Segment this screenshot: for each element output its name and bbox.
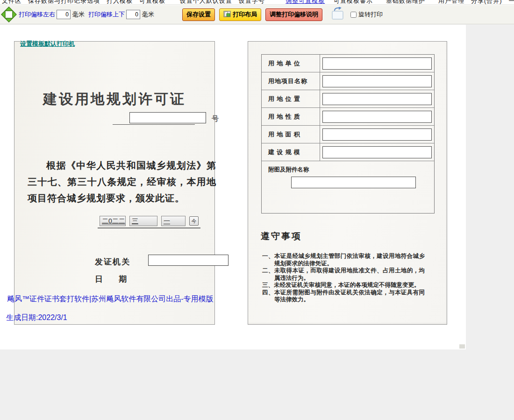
offset-lr-input[interactable] — [57, 10, 71, 19]
generated-date-text: 生成日期:2022/3/1 — [6, 313, 67, 323]
menu-fragment-left: 文件区 保存数据与打印记录选项 打入模板 可直模板 — [2, 0, 165, 4]
print-layout-label: 打印布局 — [233, 10, 257, 19]
notice-item: 四、本证所需附图与附件由发证机关依法确定，与本证具有同等法律效力。 — [262, 289, 425, 304]
table-row: 用 地 面 积 — [262, 126, 434, 143]
print-toolbar: 打印偏移左右 毫米 打印偏移上下 毫米 保存设置 打印布局 调整打印偏移说明 旋… — [0, 5, 514, 24]
preview-workarea: 设置模板默认打印机 建设用地规划许可证 号 根据《中华人民共和国城乡规划法》第三… — [0, 25, 466, 349]
row-label: 用 地 面 积 — [262, 126, 320, 143]
land-area-input[interactable] — [322, 128, 432, 141]
offset-tb-input[interactable] — [126, 10, 140, 19]
set-default-printer-link[interactable]: 设置模板默认打印机 — [20, 40, 75, 48]
table-row: 用 地 位 置 — [262, 90, 434, 108]
certificate-number-underline — [113, 124, 195, 125]
rotate-page-icon — [331, 7, 345, 22]
rotate-print-label: 旋转打印 — [358, 10, 383, 19]
issue-month-input[interactable]: 三 — [129, 216, 157, 226]
attachment-row: 附图及附件名称 — [262, 161, 434, 214]
print-layout-button[interactable]: 打印布局 — [219, 8, 261, 21]
attachment-input[interactable] — [291, 177, 416, 188]
issuer-row: 发证机关 — [95, 256, 130, 267]
resize-grip — [459, 344, 465, 349]
land-nature-input[interactable] — [322, 111, 432, 123]
offset-lr-label: 打印偏移左右 — [19, 10, 55, 19]
save-settings-button[interactable]: 保存设置 — [182, 8, 215, 21]
land-use-form-table: 用 地 单 位 用地项目名称 用 地 位 置 用 地 性 质 用 地 面 积 建… — [261, 54, 435, 214]
certificate-number-input[interactable] — [129, 112, 206, 123]
row-label: 用 地 位 置 — [262, 90, 320, 107]
construction-scale-input[interactable] — [322, 146, 432, 158]
notice-item: 三、未经发证机关审核同意，本证的各项规定不得随意变更。 — [262, 282, 425, 289]
issue-year-input[interactable]: 二0二二 — [100, 216, 126, 226]
adjust-offset-help-button[interactable]: 调整打印偏移说明 — [265, 8, 322, 21]
certificate-body-text: 根据《中华人民共和国城乡规划法》第三十七、第三十八条规定，经审核，本用地项目符合… — [28, 157, 216, 206]
attachment-label: 附图及附件名称 — [268, 166, 309, 174]
print-layout-icon — [223, 11, 231, 19]
table-row: 用地项目名称 — [262, 72, 434, 90]
issue-date-widget: 二0二二 三 一 今 — [98, 215, 200, 228]
issue-day-input[interactable]: 一 — [161, 216, 186, 226]
land-location-input[interactable] — [322, 93, 432, 105]
notice-title: 遵守事项 — [261, 230, 302, 242]
certificate-title: 建设用地规划许可证 — [14, 90, 214, 109]
project-name-input[interactable] — [322, 75, 432, 87]
offset-lr-unit: 毫米 — [72, 10, 85, 19]
land-user-input[interactable] — [322, 57, 432, 70]
notice-item: 一、本证是经城乡规划主管部门依法审核，建设用地符合城乡规划要求的法律凭证。 — [262, 253, 425, 267]
certificate-page-preview: 建设用地规划许可证 号 根据《中华人民共和国城乡规划法》第三十七、第三十八条规定… — [14, 41, 215, 325]
form-page-preview: 用 地 单 位 用地项目名称 用 地 位 置 用 地 性 质 用 地 面 积 建… — [248, 41, 447, 325]
today-button[interactable]: 今 — [189, 216, 199, 226]
offset-tb-label: 打印偏移上下 — [88, 10, 125, 19]
certificate-number-suffix: 号 — [212, 114, 219, 123]
row-label: 用 地 性 质 — [262, 108, 320, 125]
offset-diamond-icon — [1, 7, 17, 22]
rotate-print-checkbox[interactable] — [350, 12, 357, 18]
issuer-label: 发证机关 — [95, 257, 130, 266]
date-word-label: 日 期 — [95, 274, 127, 285]
brand-link[interactable]: 飚风™证件证书套打软件|苏州飚风软件有限公司出品-专用模版 — [7, 294, 213, 304]
menu-fragment-right: 可直模板备示 基础数据维护 用户管理 分享(合并) 一页 — [334, 0, 514, 4]
table-row: 用 地 性 质 — [262, 108, 434, 126]
menu-fragment-mid: 设置个人默认设置 设置字号 — [180, 0, 265, 4]
row-label: 用地项目名称 — [262, 72, 320, 90]
issuer-input[interactable] — [148, 255, 228, 266]
row-label: 建 设 规 模 — [262, 143, 320, 161]
menu-fragment-link[interactable]: 调整可直模板 — [286, 0, 325, 4]
notice-item: 二、未取得本证，而取得建设用地批准文件、占用土地的，均属违法行为。 — [262, 267, 425, 282]
table-row: 用 地 单 位 — [262, 55, 434, 72]
row-label: 用 地 单 位 — [262, 55, 320, 72]
table-row: 建 设 规 模 — [262, 143, 434, 161]
offset-tb-unit: 毫米 — [142, 10, 154, 19]
notice-list: 一、本证是经城乡规划主管部门依法审核，建设用地符合城乡规划要求的法律凭证。 二、… — [262, 253, 425, 304]
menu-bar: 文件区 保存数据与打印记录选项 打入模板 可直模板 设置个人默认设置 设置字号 … — [0, 0, 514, 5]
